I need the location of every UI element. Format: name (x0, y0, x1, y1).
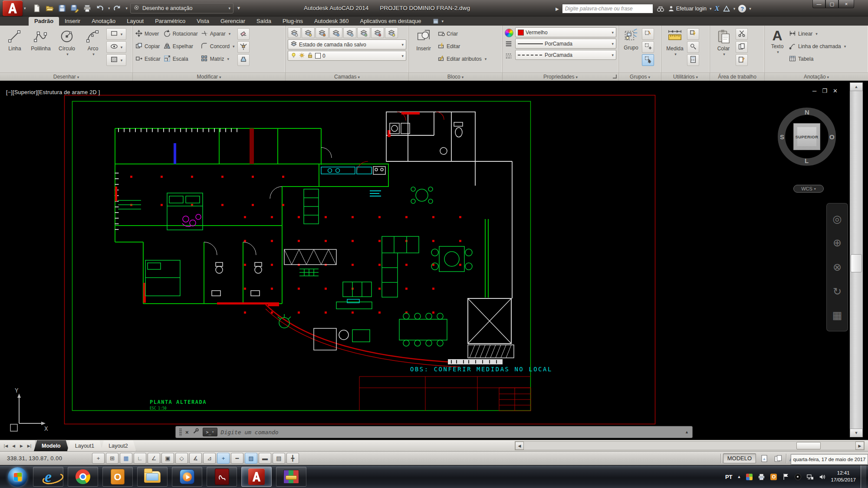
orbit-icon[interactable]: ↻ (833, 286, 842, 297)
object-snap-tracking-toggle[interactable]: ∡ (189, 453, 202, 464)
match-properties-button[interactable] (736, 54, 748, 66)
linetype-icon[interactable] (505, 40, 513, 49)
language-indicator[interactable]: PT (725, 474, 733, 480)
ribbon-tab-aplicativos-em-destaque[interactable]: Aplicativos em destaque (354, 17, 427, 26)
open-file-icon[interactable] (44, 3, 55, 13)
ortho-mode-toggle[interactable]: ∟ (134, 453, 146, 464)
next-tab-icon[interactable]: ▶ (18, 442, 25, 450)
start-button[interactable] (6, 467, 29, 487)
vertical-scrollbar[interactable]: ▲ ▼ (850, 82, 863, 437)
layer-isolate-button[interactable] (316, 27, 329, 38)
fade-button[interactable] (237, 54, 250, 66)
ungroup-button[interactable] (642, 41, 654, 53)
layer-properties-button[interactable] (288, 27, 301, 38)
modify-escala-button[interactable]: Escala (163, 54, 198, 64)
compass-north[interactable]: N (805, 108, 809, 116)
dimension-linear-button[interactable]: Linear▾ (789, 29, 846, 39)
modify-concord-button[interactable]: Concord▾ (201, 41, 235, 52)
paste-button[interactable]: Colar▾ (712, 27, 735, 72)
command-close-icon[interactable]: × (185, 429, 189, 436)
infocenter-collapse-icon[interactable]: ▶ (556, 7, 559, 11)
panel-label-desenhar[interactable]: Desenhar▾ (0, 72, 132, 81)
text-button[interactable]: ATexto▾ (767, 27, 788, 72)
layer-state-dropdown[interactable]: Estado de camada não salvo▾ (288, 39, 406, 49)
modify-matriz-button[interactable]: Matriz▾ (201, 54, 235, 64)
selection-cycling-toggle[interactable]: ▤ (273, 453, 285, 464)
dynamic-ucs-toggle[interactable]: ⊿ (203, 453, 216, 464)
modify-esticar-button[interactable]: Esticar (135, 54, 161, 64)
layer-unisolate-button[interactable] (329, 27, 342, 38)
polyline-button[interactable]: Polilinha (28, 27, 53, 72)
ribbon-tab-sa-da[interactable]: Saída (251, 17, 277, 26)
volume-icon[interactable] (819, 473, 826, 481)
insert-block-button[interactable]: Inserir (411, 27, 436, 72)
line-button[interactable]: Linha (2, 27, 27, 72)
hatch-button[interactable]: ▾ (106, 54, 126, 66)
navigation-bar[interactable]: ◎ ⊕ ⊗ ↻ ▦ (826, 203, 848, 331)
zoom-icon[interactable]: ⊗ (833, 262, 842, 272)
search-icon[interactable] (656, 5, 665, 13)
ribbon-tab-gerenciar[interactable]: Gerenciar (215, 17, 251, 26)
color-dropdown[interactable]: Vermelho▾ (515, 27, 616, 37)
last-tab-icon[interactable]: ▶| (26, 442, 33, 450)
login-dropdown-icon[interactable]: ▾ (710, 7, 712, 11)
minimize-button[interactable]: — (812, 0, 825, 8)
scroll-left-icon[interactable]: ◀ (515, 442, 524, 450)
rectangle-button[interactable]: ▾ (106, 28, 126, 40)
app-tray-icon[interactable] (794, 473, 802, 481)
compass-south[interactable]: S (780, 133, 784, 141)
modify-copiar-button[interactable]: Copiar (135, 41, 161, 52)
annotation-monitor-toggle[interactable]: ╋ (286, 453, 299, 464)
id-point-button[interactable] (687, 41, 699, 53)
vertical-scroll-thumb[interactable] (851, 254, 862, 272)
google-chrome[interactable] (68, 467, 98, 487)
featured-apps-box-icon[interactable]: ▾ (433, 18, 444, 26)
workspace-dropdown-icon[interactable]: ▾ (228, 6, 230, 10)
new-file-icon[interactable] (31, 3, 42, 13)
quick-select-button[interactable] (687, 28, 699, 40)
polar-tracking-toggle[interactable]: ∠ (148, 453, 160, 464)
edit-attributes-button[interactable]: Editar atributos▾ (437, 54, 487, 64)
pan-hand-icon[interactable]: ⊕ (833, 238, 842, 248)
adobe-reader[interactable] (207, 467, 237, 487)
ellipse-button[interactable]: ▾ (106, 41, 126, 53)
panel-launcher-icon[interactable] (613, 75, 617, 79)
lineweight-dropdown[interactable]: PorCamada▾ (515, 50, 616, 60)
customize-wrench-icon[interactable] (192, 428, 199, 436)
scroll-down-icon[interactable]: ▼ (850, 429, 863, 437)
ribbon-tab-param-trico[interactable]: Paramétrico (149, 17, 191, 26)
redo-icon[interactable] (112, 3, 123, 13)
explode-button[interactable] (237, 41, 250, 53)
horizontal-scrollbar[interactable]: ◀ ▶ (515, 441, 865, 450)
layer-freeze-button[interactable] (343, 27, 356, 38)
lineweight-icon[interactable] (505, 52, 513, 62)
panel-label-anotacao[interactable]: Anotação▾ (765, 72, 868, 81)
circle-button[interactable]: Círculo▾ (54, 27, 79, 72)
layer-dropdown[interactable]: 0▾ (288, 51, 406, 61)
command-line-grip[interactable] (179, 428, 182, 436)
command-history-icon[interactable]: ▲ (685, 430, 689, 434)
application-menu-button[interactable] (3, 0, 23, 16)
group-button[interactable]: Grupo (621, 27, 641, 72)
create-block-button[interactable]: Criar (437, 29, 487, 39)
modify-aparar-button[interactable]: Aparar▾ (201, 29, 235, 39)
first-tab-icon[interactable]: |◀ (2, 442, 10, 450)
table-button[interactable]: Tabela (789, 54, 846, 64)
quick-view-drawings-icon[interactable] (772, 453, 784, 464)
autocad[interactable] (241, 467, 272, 487)
doc-minimize-icon[interactable]: ─ (812, 88, 816, 94)
ribbon-tab-inserir[interactable]: Inserir (59, 17, 86, 26)
quick-view-layouts-icon[interactable] (758, 453, 770, 464)
panel-label-utilitarios[interactable]: Utilitários▾ (661, 72, 710, 81)
layer-off-button[interactable] (357, 27, 370, 38)
compass-west[interactable]: O (829, 133, 835, 141)
viewcube[interactable]: N S O L SUPERIOR (778, 108, 836, 166)
command-line[interactable]: × >_▾ Digite um comando ▲ (175, 426, 693, 438)
floor-plan-drawing[interactable]: Y X OBS: CONFERIR MEDIDAS NO LOCAL PLANT… (0, 81, 868, 440)
lineweight-display-toggle[interactable]: ━ (231, 453, 243, 464)
layout-tab-layout2[interactable]: Layout2 (101, 440, 136, 451)
arc-button[interactable]: Arco▾ (80, 27, 105, 72)
color-wheel-icon[interactable] (505, 29, 513, 37)
previous-tab-icon[interactable]: ◀ (10, 442, 17, 450)
outlook[interactable]: O (102, 467, 133, 487)
